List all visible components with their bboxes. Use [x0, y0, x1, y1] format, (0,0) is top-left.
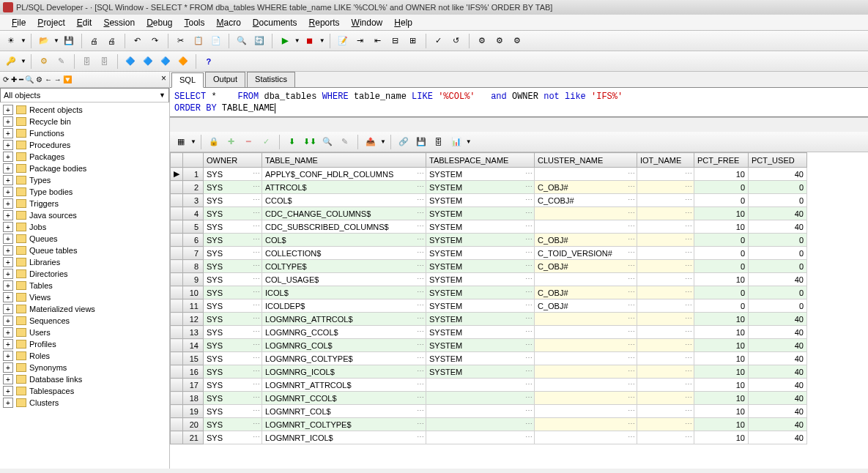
cell-expand-icon[interactable]: ⋯ — [525, 340, 533, 349]
column-header[interactable]: TABLESPACE_NAME — [426, 153, 535, 168]
cell-expand-icon[interactable]: ⋯ — [417, 209, 424, 217]
cell-expand-icon[interactable]: ⋯ — [525, 275, 533, 283]
tree-item[interactable]: +Type bodies — [0, 186, 169, 198]
tree-item[interactable]: +Sequences — [0, 315, 169, 327]
expand-icon[interactable]: + — [3, 234, 13, 244]
object-tree[interactable]: +Recent objects+Recycle bin+Functions+Pr… — [0, 103, 169, 469]
cell-expand-icon[interactable]: ⋯ — [525, 327, 533, 335]
table-row[interactable]: 12SYS⋯LOGMNRG_ATTRCOL$⋯SYSTEM⋯⋯⋯1040 — [171, 313, 807, 326]
cell-expand-icon[interactable]: ⋯ — [417, 420, 424, 428]
cell-expand-icon[interactable]: ⋯ — [525, 248, 533, 256]
print-setup-button[interactable]: 🖨 — [104, 33, 120, 49]
column-header[interactable]: CLUSTER_NAME — [535, 153, 637, 168]
cell-expand-icon[interactable]: ⋯ — [628, 340, 635, 349]
commit-button[interactable]: ✓ — [431, 33, 447, 49]
cell-expand-icon[interactable]: ⋯ — [253, 169, 260, 177]
debug4-button[interactable]: 🔶 — [175, 53, 191, 70]
cell-expand-icon[interactable]: ⋯ — [253, 380, 260, 388]
tree-item[interactable]: +Queues — [0, 233, 169, 245]
post-button[interactable]: ✓ — [259, 134, 275, 150]
table-row[interactable]: 20SYS⋯LOGMNRT_COLTYPE$⋯⋯⋯⋯1040 — [171, 418, 807, 431]
cell-expand-icon[interactable]: ⋯ — [628, 314, 635, 322]
tree-item[interactable]: +Procedures — [0, 139, 169, 151]
tree-item[interactable]: +Tables — [0, 280, 169, 291]
menu-documents[interactable]: Documents — [247, 16, 303, 29]
expand-icon[interactable]: + — [3, 245, 13, 256]
table-row[interactable]: 6SYS⋯COL$⋯SYSTEM⋯C_OBJ#⋯⋯00 — [171, 234, 807, 247]
expand-icon[interactable]: + — [3, 374, 13, 384]
expand-icon[interactable]: + — [3, 316, 13, 326]
menu-file[interactable]: File — [6, 16, 31, 29]
tree-item[interactable]: +Packages — [0, 151, 169, 163]
tree-item[interactable]: +Database links — [0, 373, 169, 385]
cell-expand-icon[interactable]: ⋯ — [628, 301, 635, 309]
gear-button[interactable]: ⚙ — [36, 53, 52, 70]
cell-expand-icon[interactable]: ⋯ — [628, 248, 635, 256]
cell-expand-icon[interactable]: ⋯ — [685, 420, 692, 428]
key-button[interactable]: 🔑 — [3, 53, 19, 70]
menu-session[interactable]: Session — [97, 16, 141, 29]
cell-expand-icon[interactable]: ⋯ — [685, 367, 692, 375]
cell-expand-icon[interactable]: ⋯ — [685, 182, 692, 190]
cell-expand-icon[interactable]: ⋯ — [253, 367, 260, 375]
expand-icon[interactable]: + — [3, 222, 13, 232]
cell-expand-icon[interactable]: ⋯ — [253, 340, 260, 349]
stop-button[interactable]: ◼ — [302, 33, 318, 49]
tab-statistics[interactable]: Statistics — [247, 72, 295, 87]
query-builder-button[interactable]: 🔍 — [319, 134, 335, 150]
open-button[interactable]: 📂 — [36, 33, 52, 49]
menu-edit[interactable]: Edit — [71, 16, 98, 29]
table-row[interactable]: 7SYS⋯COLLECTION$⋯SYSTEM⋯C_TOID_VERSION#⋯… — [171, 247, 807, 260]
expand-icon[interactable]: + — [3, 198, 13, 209]
cell-expand-icon[interactable]: ⋯ — [417, 275, 424, 283]
cell-expand-icon[interactable]: ⋯ — [628, 354, 635, 362]
cell-expand-icon[interactable]: ⋯ — [253, 261, 260, 269]
tree-item[interactable]: +Clusters — [0, 397, 169, 409]
table-row[interactable]: 9SYS⋯COL_USAGE$⋯SYSTEM⋯⋯⋯1040 — [171, 273, 807, 286]
cell-expand-icon[interactable]: ⋯ — [685, 235, 692, 243]
menu-debug[interactable]: Debug — [141, 16, 178, 29]
expand-icon[interactable]: + — [3, 140, 13, 150]
cell-expand-icon[interactable]: ⋯ — [628, 380, 635, 388]
cell-expand-icon[interactable]: ⋯ — [685, 275, 692, 283]
outdent-button[interactable]: ⇤ — [370, 33, 386, 49]
cell-expand-icon[interactable]: ⋯ — [417, 327, 424, 335]
link-button[interactable]: 🔗 — [396, 134, 412, 150]
cell-expand-icon[interactable]: ⋯ — [417, 195, 424, 204]
tree-item[interactable]: +Jobs — [0, 221, 169, 233]
cell-expand-icon[interactable]: ⋯ — [685, 340, 692, 349]
redo-button[interactable]: ↷ — [147, 33, 163, 49]
debug1-button[interactable]: 🔷 — [122, 53, 138, 70]
cell-expand-icon[interactable]: ⋯ — [253, 301, 260, 309]
expand-icon[interactable]: + — [3, 128, 13, 138]
table-row[interactable]: 17SYS⋯LOGMNRT_ATTRCOL$⋯⋯⋯⋯1040 — [171, 379, 807, 392]
cell-expand-icon[interactable]: ⋯ — [525, 420, 533, 428]
cell-expand-icon[interactable]: ⋯ — [628, 420, 635, 428]
cell-expand-icon[interactable]: ⋯ — [253, 275, 260, 283]
tab-sql[interactable]: SQL — [171, 72, 204, 88]
cell-expand-icon[interactable]: ⋯ — [253, 354, 260, 362]
cell-expand-icon[interactable]: ⋯ — [628, 275, 635, 283]
cell-expand-icon[interactable]: ⋯ — [628, 195, 635, 204]
cell-expand-icon[interactable]: ⋯ — [253, 433, 260, 441]
print-button[interactable]: 🖨 — [86, 33, 103, 49]
tree-item[interactable]: +Materialized views — [0, 303, 169, 315]
execute-button[interactable]: ▶ — [277, 33, 293, 49]
replace-button[interactable]: 🔄 — [251, 33, 267, 49]
cell-expand-icon[interactable]: ⋯ — [685, 327, 692, 335]
debug2-button[interactable]: 🔷 — [140, 53, 156, 70]
cell-expand-icon[interactable]: ⋯ — [253, 288, 260, 296]
comment-button[interactable]: ⊟ — [387, 33, 404, 49]
table-row[interactable]: 3SYS⋯CCOL$⋯SYSTEM⋯C_COBJ#⋯⋯00 — [171, 194, 807, 207]
cell-expand-icon[interactable]: ⋯ — [417, 301, 424, 309]
cell-expand-icon[interactable]: ⋯ — [525, 182, 533, 190]
column-header[interactable]: IOT_NAME — [637, 153, 694, 168]
cell-expand-icon[interactable]: ⋯ — [253, 248, 260, 256]
cell-expand-icon[interactable]: ⋯ — [525, 169, 533, 177]
cell-expand-icon[interactable]: ⋯ — [685, 195, 692, 204]
indent-button[interactable]: ⇥ — [352, 33, 368, 49]
cell-expand-icon[interactable]: ⋯ — [417, 182, 424, 190]
menu-window[interactable]: Window — [346, 16, 389, 29]
cell-expand-icon[interactable]: ⋯ — [417, 393, 424, 401]
cell-expand-icon[interactable]: ⋯ — [417, 340, 424, 349]
